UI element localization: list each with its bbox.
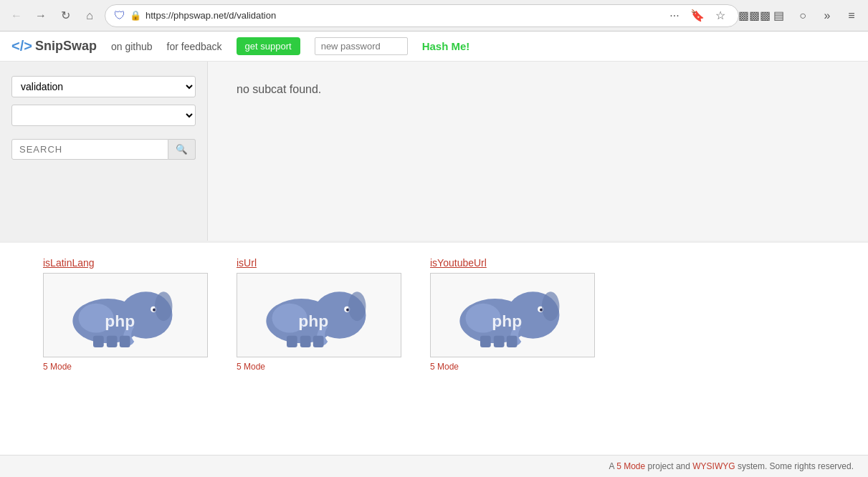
php-elephant-svg-1: php bbox=[61, 279, 190, 351]
snippet-mode-link-1[interactable]: 5 Mode bbox=[43, 362, 72, 372]
svg-rect-28 bbox=[507, 336, 518, 347]
svg-text:php: php bbox=[492, 312, 522, 330]
php-elephant-svg-2: php bbox=[254, 279, 383, 351]
snippet-card-1[interactable]: php bbox=[43, 273, 208, 357]
lock-icon: 🔒 bbox=[130, 10, 141, 21]
category-dropdown[interactable]: validation bbox=[11, 76, 196, 97]
svg-text:php: php bbox=[105, 312, 135, 330]
get-support-button[interactable]: get support bbox=[237, 37, 300, 55]
menu-button[interactable]: ≡ bbox=[842, 6, 861, 25]
search-button[interactable]: 🔍 bbox=[168, 139, 196, 160]
library-button[interactable]: ▩▩▩ bbox=[745, 6, 763, 25]
snippet-mode-link-2[interactable]: 5 Mode bbox=[237, 362, 265, 372]
svg-point-5 bbox=[155, 292, 173, 321]
snippet-title-1[interactable]: isLatinLang bbox=[43, 257, 208, 269]
url-input[interactable] bbox=[146, 10, 661, 21]
svg-point-25 bbox=[542, 292, 560, 321]
back-button[interactable]: ← bbox=[7, 6, 26, 25]
reader-button[interactable]: ▤ bbox=[769, 6, 788, 25]
svg-rect-18 bbox=[313, 336, 324, 347]
sidebar: validation 🔍 bbox=[0, 62, 208, 241]
svg-text:php: php bbox=[298, 312, 328, 330]
content-area: no subcat found. bbox=[208, 62, 868, 241]
snippet-grid: isLatinLang bbox=[43, 257, 825, 372]
subcategory-dropdown[interactable] bbox=[11, 105, 196, 126]
search-icon: 🔍 bbox=[176, 144, 188, 155]
snippet-mode-link-3[interactable]: 5 Mode bbox=[430, 362, 459, 372]
svg-rect-6 bbox=[93, 336, 104, 347]
hash-me-button[interactable]: Hash Me! bbox=[422, 40, 470, 52]
svg-rect-7 bbox=[107, 336, 118, 347]
snippet-title-3[interactable]: isYoutubeUrl bbox=[430, 257, 595, 269]
shield-icon: 🛡 bbox=[114, 9, 125, 22]
snippet-badge-3: 5 Mode bbox=[430, 362, 595, 372]
logo-icon: </> bbox=[11, 38, 32, 54]
svg-rect-17 bbox=[300, 336, 311, 347]
snippet-badge-1: 5 Mode bbox=[43, 362, 208, 372]
svg-rect-8 bbox=[120, 336, 130, 347]
snippet-item-3: isYoutubeUrl php 5 Mode bbox=[430, 257, 595, 372]
svg-rect-16 bbox=[287, 336, 297, 347]
snippet-title-2[interactable]: isUrl bbox=[237, 257, 401, 269]
logo-text: SnipSwap bbox=[35, 39, 97, 54]
search-input[interactable] bbox=[11, 139, 168, 160]
feedback-link[interactable]: for feedback bbox=[167, 41, 222, 52]
browser-chrome: ← → ↻ ⌂ 🛡 🔒 ··· 🔖 ☆ ▩▩▩ ▤ ○ » ≡ bbox=[0, 0, 868, 32]
star-icon[interactable]: ☆ bbox=[711, 6, 730, 25]
more-button[interactable]: ··· bbox=[665, 6, 684, 25]
reload-button[interactable]: ↻ bbox=[56, 6, 75, 25]
bookmark-icon[interactable]: 🔖 bbox=[688, 6, 707, 25]
svg-rect-27 bbox=[494, 336, 505, 347]
profile-button[interactable]: ○ bbox=[793, 6, 812, 25]
lower-section: isLatinLang bbox=[0, 241, 868, 386]
password-input[interactable] bbox=[315, 37, 408, 55]
svg-rect-26 bbox=[480, 336, 491, 347]
php-elephant-svg-3: php bbox=[448, 279, 577, 351]
github-link[interactable]: on github bbox=[111, 41, 153, 52]
snippet-card-3[interactable]: php bbox=[430, 273, 595, 357]
site-nav: </> SnipSwap on github for feedback get … bbox=[0, 32, 868, 62]
browser-right-icons: ▩▩▩ ▤ ○ » ≡ bbox=[745, 6, 861, 25]
snippet-badge-2: 5 Mode bbox=[237, 362, 401, 372]
address-bar[interactable]: 🛡 🔒 ··· 🔖 ☆ bbox=[105, 4, 739, 27]
main-content: validation 🔍 no subcat found. bbox=[0, 62, 868, 241]
search-area: 🔍 bbox=[11, 139, 196, 160]
snippet-item: isLatinLang bbox=[43, 257, 208, 372]
extend-button[interactable]: » bbox=[818, 6, 836, 25]
svg-point-15 bbox=[348, 292, 366, 321]
site-logo[interactable]: </> SnipSwap bbox=[11, 38, 97, 54]
no-subcat-message: no subcat found. bbox=[237, 83, 839, 96]
snippet-item-2: isUrl php 5 Mode bbox=[237, 257, 401, 372]
home-button[interactable]: ⌂ bbox=[80, 6, 99, 25]
snippet-card-2[interactable]: php bbox=[237, 273, 401, 357]
forward-button[interactable]: → bbox=[32, 6, 50, 25]
